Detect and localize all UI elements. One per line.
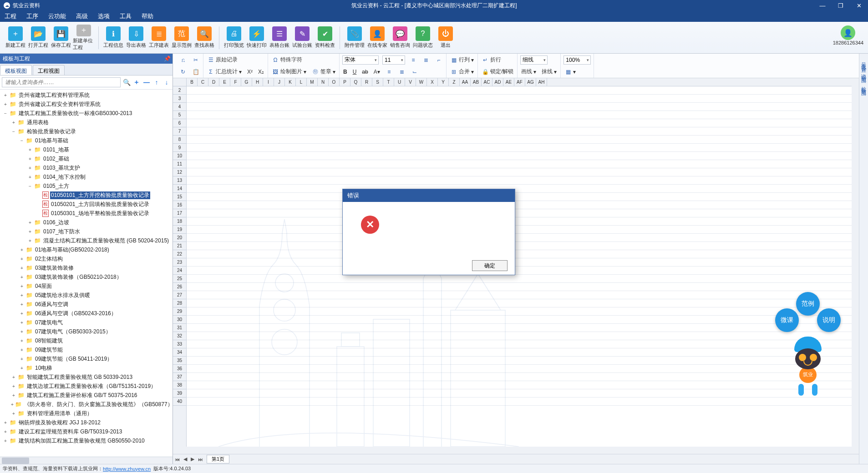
row-header[interactable]: 13 <box>173 176 186 185</box>
template-tree[interactable]: +📁贵州省建筑工程资料管理系统+📁贵州省建设工程安全资料管理系统−📁建筑工程施工… <box>0 90 173 457</box>
tree-node[interactable]: +📁资料管理通用清单（通用） <box>0 409 173 418</box>
ok-button[interactable]: 确定 <box>472 260 508 271</box>
close-button[interactable]: ✕ <box>850 0 868 11</box>
right-rail-item[interactable]: 最 大 化 设 置 <box>860 56 867 65</box>
tree-node[interactable]: +📁混凝土结构工程施工质量验收规范 (GB 50204-2015) <box>0 236 173 245</box>
zoom-select[interactable]: 100% <box>563 55 591 65</box>
row-header[interactable]: 31 <box>173 324 186 332</box>
row-header[interactable]: 3 <box>173 95 186 103</box>
row-header[interactable]: 17 <box>173 209 186 217</box>
tree-node[interactable]: +📁0103_基坑支护 <box>0 163 173 172</box>
row-header[interactable]: 36 <box>173 365 186 373</box>
collapse-all-icon[interactable]: — <box>142 79 151 86</box>
tree-node[interactable]: +📁02主体结构 <box>0 254 173 263</box>
row-col-button[interactable]: ▦行列▾ <box>449 55 475 64</box>
col-header[interactable]: C <box>198 78 208 86</box>
toolbar-新建工程[interactable]: ＋新建工程 <box>5 25 26 51</box>
tree-node[interactable]: +📁01地基与基础(GB50202-2018) <box>0 245 173 254</box>
row-header[interactable]: 32 <box>173 332 186 340</box>
tree-toggle-icon[interactable]: + <box>19 329 25 334</box>
tree-node[interactable]: +📁08智能建筑 <box>0 336 173 345</box>
align-bottom-icon[interactable]: ⌙ <box>410 68 419 76</box>
tree-toggle-icon[interactable]: + <box>19 266 25 271</box>
col-header[interactable]: Q <box>350 78 361 86</box>
row-header[interactable]: 35 <box>173 357 186 365</box>
tree-toggle-icon[interactable]: − <box>11 129 16 134</box>
tree-node[interactable]: −📁建筑工程施工质量验收统一标准GB50300-2013 <box>0 109 173 118</box>
row-header[interactable]: 34 <box>173 348 186 357</box>
stamp-button[interactable]: ㊞签章▾ <box>311 67 336 76</box>
tree-toggle-icon[interactable]: + <box>11 375 16 380</box>
col-header[interactable]: V <box>405 78 416 86</box>
micro-course-bubble[interactable]: 微课 <box>775 308 799 332</box>
col-header[interactable]: G <box>241 78 252 86</box>
tree-node[interactable]: +📁智能建筑工程质量验收规范 GB 50339-2013 <box>0 372 173 382</box>
toolbar-资料检查[interactable]: ✔资料检查 <box>314 25 336 51</box>
tree-toggle-icon[interactable]: − <box>19 138 25 143</box>
tree-toggle-icon[interactable]: + <box>19 366 25 371</box>
tree-node[interactable]: +📁03建筑装饰装修（GB50210-2018） <box>0 272 173 282</box>
status-link[interactable]: http://www.zhuyew.cn <box>103 466 151 472</box>
col-header[interactable]: Y <box>438 78 449 86</box>
toolbar-退出[interactable]: ⏻退出 <box>435 25 457 51</box>
row-header[interactable]: 6 <box>173 119 186 127</box>
superscript-icon[interactable]: X² <box>246 68 254 75</box>
tree-toggle-icon[interactable]: + <box>19 338 25 343</box>
tree-toggle-icon[interactable]: + <box>27 238 33 243</box>
tree-node[interactable]: +📁贵州省建设工程安全资料管理系统 <box>0 100 173 109</box>
wrap-button[interactable]: ↵折行 <box>481 55 502 64</box>
tree-toggle-icon[interactable]: + <box>19 302 25 307</box>
col-header[interactable]: E <box>219 78 230 86</box>
search-icon[interactable]: 🔍 <box>122 79 131 86</box>
align-top-icon[interactable]: ⌐ <box>434 56 443 64</box>
tree-node[interactable]: +📁09建筑节能（GB 50411-2019） <box>0 354 173 363</box>
sheet-nav-prev-icon[interactable]: ◀ <box>182 456 189 462</box>
undo-icon[interactable]: ⎌ <box>178 56 188 64</box>
pin-icon[interactable]: 📌 <box>164 55 171 62</box>
align-justify-icon[interactable]: ≣ <box>397 68 406 76</box>
col-header[interactable]: J <box>274 78 285 86</box>
minimize-button[interactable]: — <box>813 0 832 11</box>
row-header[interactable]: 38 <box>173 381 186 389</box>
special-char-button[interactable]: Ω特殊字符 <box>271 55 303 64</box>
col-header[interactable]: P <box>340 78 350 86</box>
row-header[interactable]: 11 <box>173 160 186 168</box>
row-header[interactable]: 22 <box>173 250 186 258</box>
merge-button[interactable]: ⊞合并▾ <box>449 67 475 76</box>
cut-icon[interactable]: ✂ <box>191 56 200 64</box>
tree-toggle-icon[interactable]: + <box>27 220 33 225</box>
col-header[interactable]: R <box>361 78 372 86</box>
tree-node[interactable]: 检01050301_场地平整检验批质量验收记录 <box>0 209 173 218</box>
paste-icon[interactable]: 📋 <box>191 68 200 76</box>
tree-toggle-icon[interactable]: + <box>27 229 33 234</box>
right-rail-item[interactable]: 检 验 范 围 <box>860 81 867 89</box>
font-color-icon[interactable]: A▾ <box>373 68 381 75</box>
tree-node[interactable]: −📁检验批质量验收记录 <box>0 127 173 136</box>
toolbar-导出表格[interactable]: ⇩导出表格 <box>125 25 147 51</box>
tree-horizontal-scrollbar[interactable] <box>0 457 173 464</box>
tree-node[interactable]: +📁0101_地基 <box>0 145 173 154</box>
row-header[interactable]: 15 <box>173 193 186 201</box>
tree-node[interactable]: +📁0104_地下水控制 <box>0 172 173 181</box>
right-rail[interactable]: 最 大 化 设 置说 明 范 围·检 验 范 围 <box>859 54 868 464</box>
spreadsheet[interactable]: BCDEFGHIJKLMNOPQRSTUVWXYZAAABACADAEAFAGA… <box>173 78 859 454</box>
underline-icon[interactable]: U <box>352 68 358 75</box>
right-rail-item[interactable]: · <box>861 76 867 81</box>
explain-bubble[interactable]: 说明 <box>817 308 841 332</box>
lp-tab-工程视图[interactable]: 工程视图 <box>33 65 65 75</box>
col-header[interactable]: F <box>230 78 241 86</box>
menu-1[interactable]: 工序 <box>26 12 38 20</box>
tree-node[interactable]: +📁07建筑电气（GB50303-2015） <box>0 327 173 336</box>
tree-node[interactable]: +📁通用表格 <box>0 118 173 127</box>
row-header[interactable]: 25 <box>173 275 186 283</box>
row-header[interactable]: 8 <box>173 136 186 144</box>
row-header[interactable]: 19 <box>173 226 186 234</box>
tree-toggle-icon[interactable]: + <box>19 247 25 252</box>
strike-icon[interactable]: ab <box>361 68 369 75</box>
col-header[interactable]: D <box>208 78 219 86</box>
tree-node[interactable]: +📁07建筑电气 <box>0 318 173 327</box>
row-header[interactable]: 30 <box>173 316 186 324</box>
col-header[interactable]: AD <box>492 78 503 86</box>
row-header[interactable]: 27 <box>173 291 186 299</box>
tree-toggle-icon[interactable]: + <box>19 284 25 289</box>
